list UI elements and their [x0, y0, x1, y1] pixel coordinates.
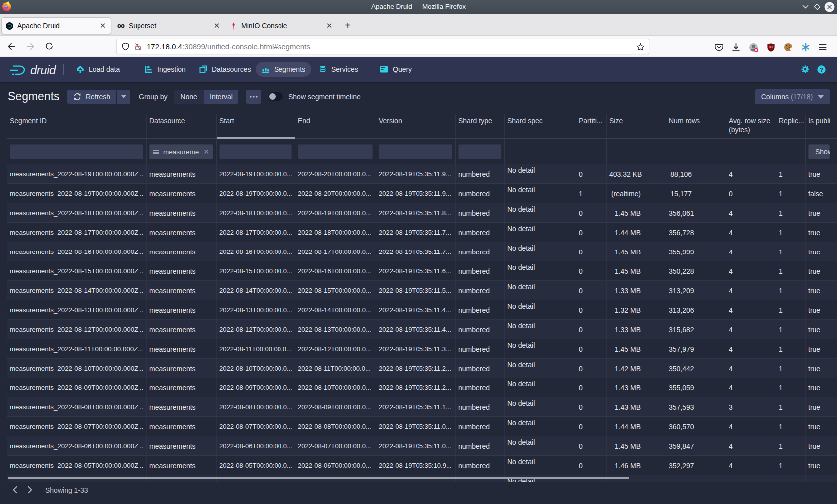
svg-text:uO: uO: [769, 45, 773, 49]
svg-text:?: ?: [820, 66, 823, 72]
